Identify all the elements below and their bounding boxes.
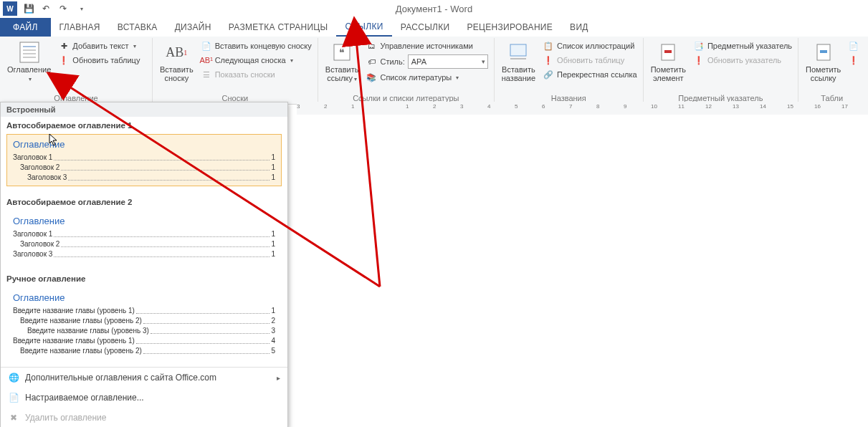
- tab-review[interactable]: РЕЦЕНЗИРОВАНИЕ: [458, 18, 561, 37]
- tab-insert[interactable]: ВСТАВКА: [109, 18, 166, 37]
- footnote-icon: AB1: [165, 41, 188, 64]
- quick-access-toolbar: 💾 ↶ ↷ ▾: [23, 3, 87, 14]
- tab-design[interactable]: ДИЗАЙН: [166, 18, 220, 37]
- gallery-manual-title: Ручное оглавление: [1, 270, 287, 286]
- tab-mailings[interactable]: РАССЫЛКИ: [392, 18, 459, 37]
- index-icon: 📑: [693, 40, 705, 52]
- update-authorities-button[interactable]: ❗: [846, 54, 861, 67]
- update-captions-icon: ❗: [543, 54, 554, 66]
- tab-home[interactable]: ГЛАВНАЯ: [51, 18, 109, 37]
- svg-rect-10: [664, 50, 672, 53]
- update-icon: ❗: [58, 54, 70, 66]
- crossref-icon: 🔗: [543, 69, 554, 80]
- svg-rect-12: [820, 50, 827, 53]
- word-app-icon: W: [3, 1, 17, 16]
- insert-citation-button[interactable]: ❝ Вставить ссылку▾: [323, 39, 362, 85]
- horizontal-ruler[interactable]: 3211234567891011121314151617: [297, 102, 868, 115]
- caption-icon: [507, 41, 530, 64]
- qat-customize-icon[interactable]: ▾: [76, 3, 87, 14]
- authorities-icon: 📄: [848, 40, 859, 52]
- mark-citation-label: Пометить ссылку: [806, 65, 841, 82]
- group-authorities: Пометить ссылку 📄 ❗ Табли: [798, 38, 865, 104]
- group-toc: Оглавление▾ ✚ Добавить текст▾ ❗ Обновить…: [0, 38, 153, 104]
- gallery-auto2-title: Автособираемое оглавление 2: [1, 193, 287, 209]
- update-index-icon: ❗: [693, 54, 705, 66]
- redo-icon[interactable]: ↷: [57, 3, 69, 14]
- group-footnotes: AB1 Вставить сноску 📄Вставить концевую с…: [153, 38, 318, 104]
- update-index-button[interactable]: ❗Обновить указатель: [692, 54, 793, 67]
- toc-preview-auto2[interactable]: Оглавление Заголовок 11 Заголовок 21 Заг…: [6, 211, 282, 263]
- gallery-auto1-title: Автособираемое оглавление 1: [1, 117, 287, 133]
- document-page[interactable]: [297, 115, 868, 427]
- toc-gallery: Встроенный Автособираемое оглавление 1 О…: [0, 102, 288, 427]
- style-select[interactable]: APA: [408, 54, 488, 69]
- insert-caption-button[interactable]: Вставить название: [499, 39, 538, 84]
- ribbon: Оглавление▾ ✚ Добавить текст▾ ❗ Обновить…: [0, 37, 868, 105]
- group-citations: ❝ Вставить ссылку▾ 🗂Управление источника…: [318, 38, 495, 104]
- next-footnote-button[interactable]: AB¹Следующая сноска▾: [199, 54, 313, 67]
- custom-toc-button[interactable]: 📄 Настраиваемое оглавление...: [1, 388, 287, 408]
- insert-endnote-button[interactable]: 📄Вставить концевую сноску: [199, 39, 313, 52]
- toc-icon: [18, 41, 41, 64]
- cross-reference-button[interactable]: 🔗Перекрестная ссылка: [541, 68, 639, 81]
- toc-button[interactable]: Оглавление▾: [4, 39, 54, 85]
- mark-citation-button[interactable]: Пометить ссылку: [803, 39, 844, 84]
- figures-icon: 📋: [543, 40, 554, 52]
- toc-preview-title: Оглавление: [13, 139, 275, 150]
- insert-footnote-button[interactable]: AB1 Вставить сноску: [157, 39, 196, 84]
- mark-entry-icon: [657, 41, 679, 64]
- toc-label: Оглавление▾: [7, 65, 51, 84]
- svg-text:❝: ❝: [339, 47, 345, 58]
- toc-preview-manual[interactable]: Оглавление Введите название главы (урове…: [6, 287, 282, 360]
- mark-entry-label: Пометить элемент: [651, 65, 686, 82]
- update-toc-button[interactable]: ❗ Обновить таблицу: [57, 54, 141, 67]
- remove-toc-icon: ✖: [8, 412, 19, 423]
- tab-layout[interactable]: РАЗМЕТКА СТРАНИЦЫ: [220, 18, 337, 37]
- add-text-button[interactable]: ✚ Добавить текст▾: [57, 39, 141, 52]
- gallery-builtin-header: Встроенный: [1, 102, 287, 117]
- update-captions-button[interactable]: ❗Обновить таблицу: [541, 54, 639, 67]
- caption-label: Вставить название: [502, 65, 535, 82]
- bibliography-button[interactable]: 📚Список литературы▾: [364, 71, 489, 84]
- mark-entry-button[interactable]: Пометить элемент: [648, 39, 689, 84]
- endnote-icon: 📄: [201, 40, 212, 52]
- tab-file[interactable]: ФАЙЛ: [0, 18, 51, 37]
- show-notes-icon: ☰: [201, 69, 212, 80]
- gallery-footer: 🌐 Дополнительные оглавления с сайта Offi…: [1, 367, 287, 427]
- update-auth-icon: ❗: [848, 54, 859, 66]
- custom-toc-icon: 📄: [8, 392, 19, 403]
- citation-label: Вставить ссылку▾: [325, 65, 359, 84]
- group-captions: Вставить название 📋Список иллюстраций ❗О…: [495, 38, 644, 104]
- save-icon[interactable]: 💾: [23, 3, 34, 14]
- insert-authorities-button[interactable]: 📄: [846, 39, 861, 52]
- bibliography-icon: 📚: [366, 72, 377, 83]
- manage-sources-icon: 🗂: [366, 40, 377, 52]
- group-index: Пометить элемент 📑Предметный указатель ❗…: [644, 38, 798, 104]
- insert-index-button[interactable]: 📑Предметный указатель: [692, 39, 793, 52]
- remove-toc-button: ✖ Удалить оглавление: [1, 408, 287, 427]
- show-notes-button[interactable]: ☰Показать сноски: [199, 68, 313, 81]
- document-title: Документ1 - Word: [396, 4, 472, 14]
- table-figures-button[interactable]: 📋Список иллюстраций: [541, 39, 639, 52]
- more-toc-button[interactable]: 🌐 Дополнительные оглавления с сайта Offi…: [1, 368, 287, 388]
- office-icon: 🌐: [8, 372, 19, 383]
- svg-rect-7: [510, 44, 526, 56]
- footnote-label: Вставить сноску: [160, 65, 194, 82]
- add-text-icon: ✚: [58, 40, 70, 52]
- style-icon: 🏷: [366, 56, 377, 67]
- undo-icon[interactable]: ↶: [40, 3, 52, 14]
- tab-view[interactable]: ВИД: [561, 18, 597, 37]
- citation-icon: ❝: [330, 41, 353, 64]
- mark-citation-icon: [812, 41, 835, 64]
- tab-references[interactable]: ССЫЛКИ: [336, 18, 391, 37]
- toc-preview-auto1[interactable]: Оглавление Заголовок 11 Заголовок 21 Заг…: [6, 134, 282, 186]
- svg-rect-0: [20, 42, 39, 62]
- citation-style[interactable]: 🏷 Стиль: APA: [364, 54, 489, 69]
- toc-preview-title: Оглавление: [13, 216, 275, 226]
- manage-sources-button[interactable]: 🗂Управление источниками: [364, 39, 489, 52]
- toc-preview-title: Оглавление: [13, 292, 275, 303]
- next-footnote-icon: AB¹: [201, 54, 212, 66]
- title-bar: W 💾 ↶ ↷ ▾ Документ1 - Word: [0, 0, 868, 18]
- ribbon-tabs: ФАЙЛ ГЛАВНАЯ ВСТАВКА ДИЗАЙН РАЗМЕТКА СТР…: [0, 18, 868, 37]
